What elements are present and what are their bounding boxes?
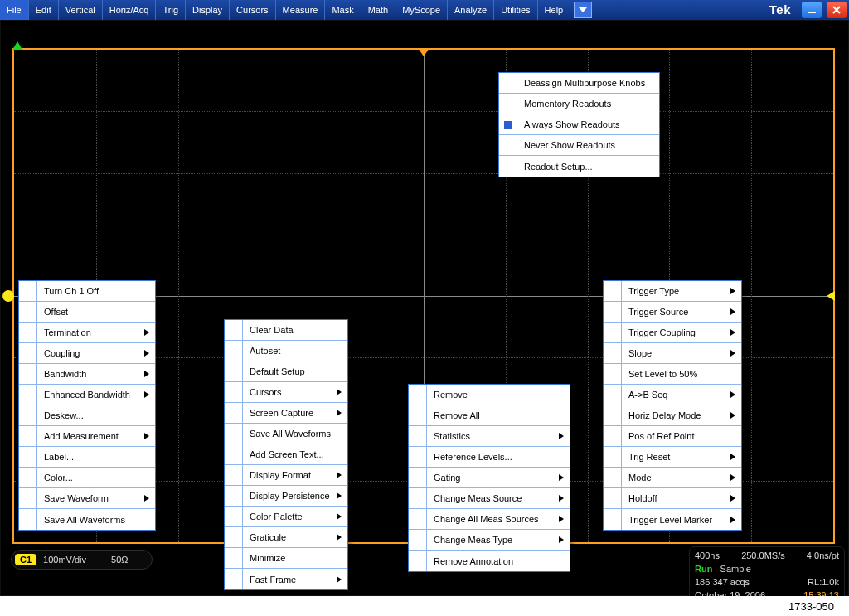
menu-item-label: Slope: [622, 348, 730, 358]
submenu-arrow-icon: [558, 495, 570, 502]
menu-item-color[interactable]: Color...: [19, 468, 155, 488]
menu-item-trig-reset[interactable]: Trig Reset: [604, 447, 741, 468]
menu-item-turn-ch1-off[interactable]: Turn Ch 1 Off: [19, 281, 155, 302]
menu-item-graticule[interactable]: Graticule: [225, 527, 347, 548]
menu-item-label: Offset: [37, 307, 155, 317]
menu-item-trigger-type[interactable]: Trigger Type: [604, 281, 741, 302]
menu-item-holdoff[interactable]: Holdoff: [604, 488, 741, 509]
menu-item-autoset[interactable]: Autoset: [225, 341, 347, 361]
menu-utilities[interactable]: Utilities: [494, 0, 537, 20]
menu-item-remove-all[interactable]: Remove All: [409, 405, 570, 426]
menu-item-enhanced-bandwidth[interactable]: Enhanced Bandwidth: [19, 385, 155, 405]
channel-readout[interactable]: C1 100mV/div 50Ω: [11, 550, 153, 570]
menu-item-always-show-readouts[interactable]: Always Show Readouts: [499, 114, 659, 135]
menu-display[interactable]: Display: [186, 0, 230, 20]
menu-item-save-all-waveforms-2[interactable]: Save All Waveforms: [225, 424, 347, 444]
menu-item-label[interactable]: Label...: [19, 447, 155, 468]
menu-item-label: Deassign Multipurpose Knobs: [517, 78, 659, 88]
menu-item-slope[interactable]: Slope: [604, 343, 741, 364]
menu-item-remove-annotation[interactable]: Remove Annotation: [409, 551, 570, 571]
menu-item-deskew[interactable]: Deskew...: [19, 405, 155, 426]
menu-mask[interactable]: Mask: [325, 0, 361, 20]
menu-item-display-format[interactable]: Display Format: [225, 465, 347, 486]
menu-help[interactable]: Help: [538, 0, 571, 20]
submenu-arrow-icon: [558, 516, 570, 522]
menu-item-pos-ref-point[interactable]: Pos of Ref Point: [604, 426, 741, 447]
menu-item-save-waveform[interactable]: Save Waveform: [19, 488, 155, 509]
menu-item-trigger-source[interactable]: Trigger Source: [604, 302, 741, 323]
menu-file[interactable]: File: [0, 0, 29, 20]
menu-item-remove[interactable]: Remove: [409, 385, 570, 405]
channel-ground-marker[interactable]: [2, 290, 14, 302]
menu-item-offset[interactable]: Offset: [19, 302, 155, 323]
menu-item-gating[interactable]: Gating: [409, 468, 570, 488]
menu-item-label: Gating: [427, 473, 558, 483]
menu-horiz-acq[interactable]: Horiz/Acq: [103, 0, 157, 20]
minimize-button[interactable]: [802, 2, 822, 18]
submenu-arrow-icon: [143, 371, 155, 377]
menu-checkbox: [499, 73, 517, 93]
submenu-arrow-icon: [730, 308, 741, 315]
check-icon: [504, 121, 512, 129]
menu-item-clear-data[interactable]: Clear Data: [225, 320, 347, 341]
trigger-level-marker[interactable]: [827, 291, 835, 301]
menu-item-change-meas-source[interactable]: Change Meas Source: [409, 488, 570, 509]
menu-item-save-all-waveforms[interactable]: Save All Waveforms: [19, 509, 155, 530]
menu-item-add-screen-text[interactable]: Add Screen Text...: [225, 444, 347, 465]
menu-item-cursors[interactable]: Cursors: [225, 382, 347, 403]
trigger-position-marker[interactable]: [418, 48, 429, 56]
menu-item-set-level-50[interactable]: Set Level to 50%: [604, 364, 741, 385]
menu-item-momentary-readouts[interactable]: Momentory Readouts: [499, 94, 659, 114]
menu-item-never-show-readouts[interactable]: Never Show Readouts: [499, 135, 659, 156]
menu-item-deassign-knobs[interactable]: Deassign Multipurpose Knobs: [499, 73, 659, 94]
menu-cursors[interactable]: Cursors: [230, 0, 276, 20]
menu-myscope[interactable]: MyScope: [395, 0, 448, 20]
menu-item-reference-levels[interactable]: Reference Levels...: [409, 447, 570, 468]
menu-checkbox: [499, 156, 517, 177]
menu-item-trigger-level-marker[interactable]: Trigger Level Marker: [604, 509, 741, 530]
footer-strip: [0, 596, 849, 616]
submenu-arrow-icon: [143, 391, 155, 398]
menu-item-termination[interactable]: Termination: [19, 323, 155, 343]
menu-item-label: Autoset: [243, 346, 347, 356]
menu-item-coupling[interactable]: Coupling: [19, 343, 155, 364]
menu-item-label: Trig Reset: [622, 452, 730, 462]
menu-item-label: Change All Meas Sources: [427, 514, 558, 524]
menu-trig[interactable]: Trig: [156, 0, 186, 20]
menu-item-label: Statistics: [427, 431, 558, 441]
submenu-arrow-icon: [336, 410, 347, 416]
menu-item-change-all-meas-sources[interactable]: Change All Meas Sources: [409, 509, 570, 530]
menu-item-bandwidth[interactable]: Bandwidth: [19, 364, 155, 385]
menu-item-label: Turn Ch 1 Off: [37, 286, 155, 296]
menu-item-change-meas-type[interactable]: Change Meas Type: [409, 530, 570, 551]
menu-item-trigger-coupling[interactable]: Trigger Coupling: [604, 323, 741, 343]
submenu-arrow-icon: [336, 513, 347, 520]
menu-item-color-palette[interactable]: Color Palette: [225, 507, 347, 527]
menu-item-readout-setup[interactable]: Readout Setup...: [499, 156, 659, 177]
menu-item-minimize[interactable]: Minimize: [225, 548, 347, 569]
submenu-arrow-icon: [336, 389, 347, 395]
menu-item-add-measurement[interactable]: Add Measurement: [19, 426, 155, 447]
menu-item-label: Color...: [37, 473, 155, 483]
menu-item-screen-capture[interactable]: Screen Capture: [225, 403, 347, 424]
menu-item-label: Remove Annotation: [427, 556, 570, 566]
menu-item-label: Trigger Coupling: [622, 327, 730, 337]
menu-analyze[interactable]: Analyze: [448, 0, 494, 20]
submenu-arrow-icon: [730, 454, 741, 460]
menu-math[interactable]: Math: [361, 0, 395, 20]
help-dropdown-button[interactable]: [574, 2, 592, 18]
menu-item-default-setup[interactable]: Default Setup: [225, 361, 347, 382]
menu-vertical[interactable]: Vertical: [59, 0, 103, 20]
menu-item-fast-frame[interactable]: Fast Frame: [225, 569, 347, 589]
menu-item-ab-seq[interactable]: A->B Seq: [604, 385, 741, 405]
menu-edit[interactable]: Edit: [29, 0, 59, 20]
menu-item-horiz-delay-mode[interactable]: Horiz Delay Mode: [604, 405, 741, 426]
channel-chip: C1: [15, 554, 36, 565]
reference-id-label: 1733-050: [788, 600, 834, 613]
menu-item-display-persistence[interactable]: Display Persistence: [225, 486, 347, 507]
submenu-arrow-icon: [730, 391, 741, 398]
close-button[interactable]: [827, 2, 847, 18]
menu-item-statistics[interactable]: Statistics: [409, 426, 570, 447]
menu-measure[interactable]: Measure: [276, 0, 326, 20]
menu-item-mode[interactable]: Mode: [604, 468, 741, 488]
